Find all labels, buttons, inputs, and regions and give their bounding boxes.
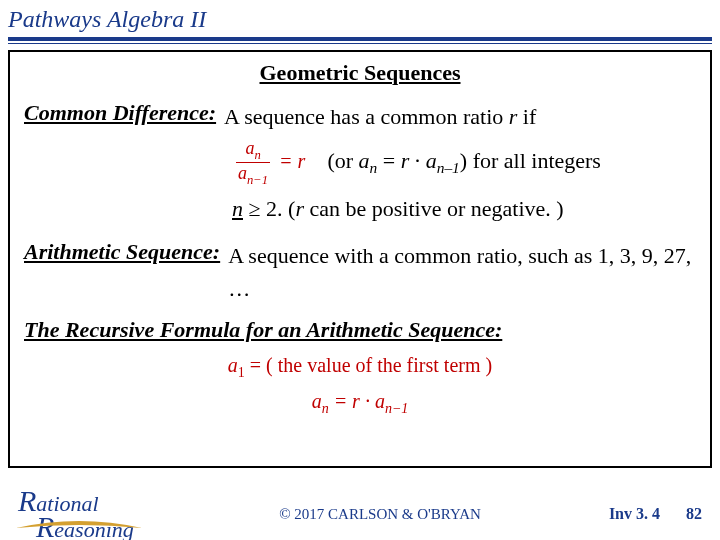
equals-r: = r	[274, 150, 305, 172]
fraction: an an−1	[236, 139, 270, 186]
page-footer: Rational Reasoning © 2017 CARLSON & O'BR…	[0, 488, 720, 540]
condition-line: n ≥ 2. (r can be positive or negative. )	[24, 192, 696, 225]
definition-common-difference: Common Difference: A sequence has a comm…	[24, 100, 696, 133]
formula-line-1: a1 = ( the value of the first term )	[24, 349, 696, 384]
ratio-line: an an−1 = r (or an = r · an–1) for all i…	[24, 139, 696, 186]
recursive-formula: a1 = ( the value of the first term ) an …	[24, 349, 696, 420]
paren-text: ) for all integers	[460, 148, 601, 173]
var-r: r	[295, 196, 304, 221]
var-r: r	[401, 148, 410, 173]
investigation-number: Inv 3. 4	[570, 505, 660, 523]
term-label: Common Difference:	[24, 100, 224, 126]
section-title: Geometric Sequences	[24, 60, 696, 86]
copyright-text: © 2017 CARLSON & O'BRYAN	[150, 506, 570, 523]
definition-body: A sequence has a common ratio r if	[224, 100, 696, 133]
logo-rational-reasoning: Rational Reasoning	[0, 488, 150, 539]
var-an: an	[359, 148, 378, 173]
recursive-formula-title: The Recursive Formula for an Arithmetic …	[24, 317, 696, 343]
page-number: 82	[660, 505, 720, 523]
cond-text: ≥ 2. (	[243, 196, 295, 221]
term-label: Arithmetic Sequence:	[24, 239, 228, 265]
cond-text: can be positive or negative. )	[304, 196, 564, 221]
divider-thick	[8, 37, 712, 41]
definition-body: A sequence with a common ratio, such as …	[228, 239, 696, 305]
dot: ·	[409, 148, 426, 173]
paren-text: (or	[327, 148, 358, 173]
def-text: if	[517, 104, 536, 129]
definition-arithmetic-sequence: Arithmetic Sequence: A sequence with a c…	[24, 239, 696, 305]
def-text: A sequence has a common ratio	[224, 104, 509, 129]
page-header: Pathways Algebra II	[0, 0, 720, 35]
var-an-1: an–1	[426, 148, 460, 173]
formula-line-2: an = r · an−1	[24, 385, 696, 420]
eq-sign: =	[377, 148, 400, 173]
course-title: Pathways Algebra II	[8, 6, 712, 33]
swoosh-icon	[14, 518, 144, 532]
divider-thin	[8, 43, 712, 44]
content-box: Geometric Sequences Common Difference: A…	[8, 50, 712, 468]
var-n: n	[232, 196, 243, 221]
